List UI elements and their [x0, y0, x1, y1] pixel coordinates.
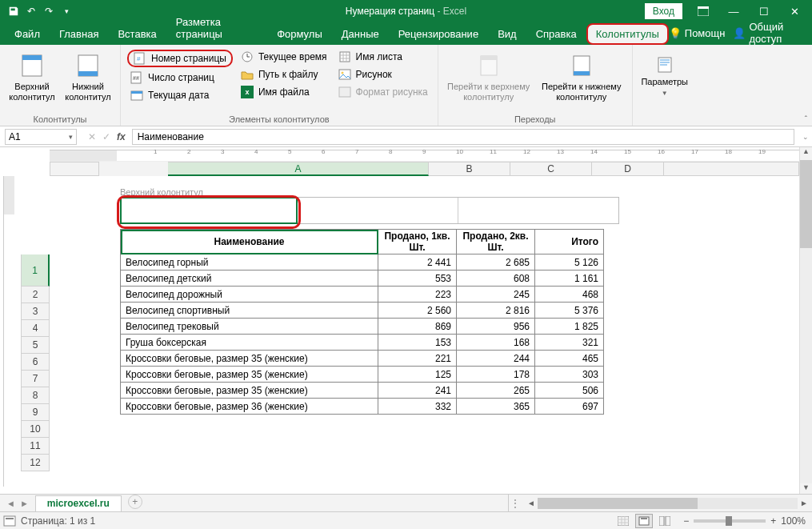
cell-q1[interactable]: 2 560: [378, 303, 457, 319]
col-header-c[interactable]: C: [510, 162, 592, 176]
fx-icon[interactable]: fx: [117, 131, 126, 142]
zoom-in-icon[interactable]: +: [770, 515, 776, 527]
row-header-11[interactable]: 11: [21, 438, 50, 455]
cell-q2[interactable]: 265: [457, 383, 535, 399]
zoom-out-icon[interactable]: −: [683, 515, 689, 527]
formula-input[interactable]: Наименование: [132, 129, 794, 145]
cell-total[interactable]: 697: [535, 399, 604, 415]
cell-total[interactable]: 303: [535, 367, 604, 383]
cell-total[interactable]: 1 161: [535, 271, 604, 287]
page-break-view-icon[interactable]: [656, 514, 674, 528]
minimize-icon[interactable]: —: [719, 0, 748, 22]
scroll-right-icon[interactable]: ►: [798, 499, 810, 507]
cell-q1[interactable]: 125: [378, 367, 457, 383]
undo-icon[interactable]: ↶: [24, 4, 38, 18]
cell-q2[interactable]: 2 816: [457, 303, 535, 319]
cell-name[interactable]: Велосипед трековый: [121, 319, 378, 335]
current-time-button[interactable]: Текущее время: [238, 50, 330, 64]
cell-name[interactable]: Велосипед детский: [121, 271, 378, 287]
cell-q2[interactable]: 244: [457, 351, 535, 367]
tab-formulas[interactable]: Формулы: [267, 23, 332, 45]
next-sheet-icon[interactable]: ►: [20, 499, 29, 508]
picture-button[interactable]: Рисунок: [335, 67, 431, 82]
login-button[interactable]: Вход: [645, 3, 682, 19]
cell-total[interactable]: 506: [535, 383, 604, 399]
prev-sheet-icon[interactable]: ◄: [6, 499, 15, 508]
tab-insert[interactable]: Вставка: [108, 23, 166, 45]
options-button[interactable]: Параметры▼: [639, 48, 690, 100]
col-header-blank[interactable]: [664, 162, 799, 176]
file-path-button[interactable]: Путь к файлу: [238, 67, 330, 82]
redo-icon[interactable]: ↷: [42, 4, 56, 18]
cell-q2[interactable]: 608: [457, 271, 535, 287]
row-header-1[interactable]: 1: [21, 254, 50, 287]
row-header-7[interactable]: 7: [21, 371, 50, 387]
col-header-d[interactable]: D: [592, 162, 664, 176]
tab-help[interactable]: Справка: [526, 23, 586, 45]
horizontal-scrollbar[interactable]: ⋮ ◄ ►: [508, 495, 812, 511]
cell-B1[interactable]: Продано, 1кв. Шт.: [378, 230, 457, 254]
header-section-center[interactable]: [297, 198, 458, 223]
row-header-3[interactable]: 3: [21, 303, 50, 320]
cell-q2[interactable]: 365: [457, 399, 535, 415]
cell-name[interactable]: Кроссовки беговые, размер 35 (женские): [121, 351, 378, 367]
cell-total[interactable]: 1 825: [535, 319, 604, 335]
cell-q2[interactable]: 168: [457, 335, 535, 351]
cell-name[interactable]: Велосипед горный: [121, 254, 378, 271]
cell-q1[interactable]: 241: [378, 383, 457, 399]
scroll-up-icon[interactable]: ▲: [800, 147, 812, 160]
namebox-dropdown-icon[interactable]: ▾: [69, 133, 73, 141]
cell-q2[interactable]: 178: [457, 367, 535, 383]
cell-name[interactable]: Груша боксерская: [121, 335, 378, 351]
accept-formula-icon[interactable]: ✓: [102, 131, 110, 142]
cell-q2[interactable]: 956: [457, 319, 535, 335]
cell-q2[interactable]: 245: [457, 287, 535, 303]
tab-data[interactable]: Данные: [332, 23, 389, 45]
cell-q1[interactable]: 332: [378, 399, 457, 415]
row-header-4[interactable]: 4: [21, 320, 50, 337]
ribbon-display-icon[interactable]: [689, 0, 718, 22]
tab-header-footer[interactable]: Колонтитулы: [586, 23, 669, 45]
cell-total[interactable]: 321: [535, 335, 604, 351]
tab-file[interactable]: Файл: [5, 23, 50, 45]
maximize-icon[interactable]: ☐: [750, 0, 778, 22]
scroll-left-icon[interactable]: ◄: [525, 499, 538, 507]
name-box[interactable]: A1 ▾: [5, 129, 77, 145]
goto-footer-button[interactable]: Перейти к нижнему колонтитулу: [538, 48, 626, 104]
header-sections[interactable]: [120, 197, 619, 224]
sheet-nav[interactable]: ◄ ►: [0, 495, 35, 511]
cell-name[interactable]: Велосипед спортивный: [121, 303, 378, 319]
qat-dropdown-icon[interactable]: ▾: [59, 4, 74, 18]
scroll-thumb[interactable]: [800, 160, 812, 248]
cell-name[interactable]: Велосипед дорожный: [121, 287, 378, 303]
tell-me[interactable]: 💡Помощн: [669, 27, 726, 39]
cell-A1[interactable]: Наименование: [121, 230, 378, 254]
scroll-split-icon[interactable]: ⋮: [510, 498, 520, 509]
cell-q1[interactable]: 223: [378, 287, 457, 303]
tab-page-layout[interactable]: Разметка страницы: [166, 11, 267, 45]
cell-name[interactable]: Кроссовки беговые, размер 35 (женские): [121, 367, 378, 383]
cell-C1[interactable]: Продано, 2кв. Шт.: [457, 230, 535, 254]
vertical-scrollbar[interactable]: ▲ ▼: [799, 147, 812, 496]
page-layout-view-icon[interactable]: [635, 514, 653, 528]
cell-q1[interactable]: 153: [378, 335, 457, 351]
header-section-left[interactable]: [121, 198, 297, 223]
header-section-right[interactable]: [458, 198, 619, 223]
file-name-button[interactable]: xИмя файла: [238, 85, 330, 99]
cell-q1[interactable]: 2 441: [378, 254, 457, 271]
col-header-b[interactable]: B: [429, 162, 510, 176]
cell-total[interactable]: 5 376: [535, 303, 604, 319]
row-header-10[interactable]: 10: [21, 421, 50, 438]
footer-button[interactable]: Нижний колонтитул: [62, 48, 114, 104]
tab-view[interactable]: Вид: [488, 23, 526, 45]
cell-total[interactable]: 465: [535, 351, 604, 367]
expand-formula-bar-icon[interactable]: ⌄: [802, 133, 809, 141]
h-scroll-thumb[interactable]: [538, 498, 698, 509]
cell-name[interactable]: Кроссовки беговые, размер 35 (женские): [121, 383, 378, 399]
cell-q1[interactable]: 221: [378, 351, 457, 367]
sheet-tab[interactable]: microexcel.ru: [35, 495, 122, 512]
normal-view-icon[interactable]: [614, 514, 632, 528]
cell-q1[interactable]: 869: [378, 319, 457, 335]
collapse-ribbon-icon[interactable]: ˆ: [805, 115, 807, 124]
cell-total[interactable]: 5 126: [535, 254, 604, 271]
